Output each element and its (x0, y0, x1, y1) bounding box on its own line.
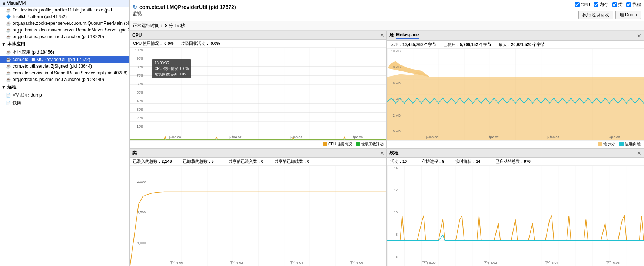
class-panel-header: 类 ✕ (130, 149, 386, 158)
sidebar-label: IntelliJ Platform (pid 41752) (13, 14, 67, 19)
java-icon: ☕ (6, 57, 11, 62)
heap-chart-svg (387, 49, 644, 140)
sidebar-item-zjsigned[interactable]: ☕ com.etc.util.servlet.ZjSigned (pid 336… (0, 63, 129, 70)
java-icon: ☕ (6, 64, 11, 69)
sidebar-item-snapshot[interactable]: 📄 快照 (0, 99, 129, 107)
thread-close-button[interactable]: ✕ (637, 150, 641, 156)
sidebar-label: 本地应用 (pid 18456) (13, 49, 54, 55)
thread-panel-title: 线程 (389, 150, 398, 156)
heap-tabs: 堆 Metaspace (389, 32, 419, 39)
sidebar-item-visualvm[interactable]: 🖥 VisualVM (0, 0, 129, 7)
memory-checkbox[interactable]: 内存 (594, 1, 608, 8)
java-icon: ☕ (6, 50, 11, 55)
thread-x-labels: 下午6:00下午6:02下午6:04下午6:06 (398, 260, 644, 266)
heap-tab[interactable]: 堆 (389, 32, 394, 39)
refresh-icon: ↻ (133, 4, 137, 10)
sidebar-label: org.apache.zookeeper.server.quorum.Quoru… (13, 21, 129, 26)
java-icon: ☕ (6, 8, 11, 13)
sidebar-item-jps2[interactable]: ☕ org.jetbrains.jps.cmdline.Launcher (pi… (0, 76, 129, 83)
thread-chart-body: 14121086 下午6:00下午6:02下午6:04下午6:06 (387, 166, 644, 266)
cpu-stats: CPU 使用情况： 0.0% 垃圾回收活动： 0.0% (130, 40, 386, 48)
cpu-chart-body: 18:00:35 CPU 使用情况 0.0% 垃圾回收活动 0.0% (130, 48, 386, 140)
monitor-label: 监视 (133, 11, 236, 17)
cpu-color-swatch (323, 142, 327, 146)
heap-dump-button[interactable]: 堆 Dump (615, 11, 641, 19)
sidebar-item-jProfiler[interactable]: ☕ D:..dev.tools.jprofile.jprofiler11.bin… (0, 7, 129, 13)
sidebar-label: 快照 (13, 100, 21, 106)
sidebar-item-signedresult[interactable]: ☕ com.etc.service.impl.SignedResultServi… (0, 70, 129, 76)
thread-panel: 线程 ✕ 活动：10 守护进程：9 实时峰值：14 已启动的总数：976 (387, 148, 644, 266)
legend-heap-used: 使用的 堆 (619, 142, 641, 147)
action-buttons: 执行垃圾回收 堆 Dump (578, 11, 641, 19)
class-x-labels: 下午6:00下午6:02下午6:04下午6:06 (146, 260, 386, 266)
svg-marker-13 (387, 72, 644, 140)
main-header: ↻ com.etc.util.MQProviderUtil (pid 17572… (130, 0, 644, 21)
class-stats: 已装入的总数：2,146 已卸载的总数：5 共享的已装入数：0 共享的已卸载数：… (130, 158, 386, 166)
sidebar-label: VM 核心 dump (13, 92, 42, 98)
class-close-button[interactable]: ✕ (380, 150, 384, 156)
sidebar-item-zookeeper[interactable]: ☕ org.apache.zookeeper.server.quorum.Quo… (0, 20, 129, 27)
heap-size: 大小：10,485,760 个字节 (390, 42, 436, 47)
memory-check[interactable] (594, 2, 598, 7)
sidebar-item-vmcore[interactable]: 📄 VM 核心 dump (0, 91, 129, 99)
expand-icon: ▼ (1, 42, 6, 47)
heap-size-swatch (598, 142, 602, 146)
sidebar-label: org.jetbrains.idea.maven.server.RemoteMa… (13, 27, 129, 33)
class-checkbox[interactable]: 类 (612, 1, 623, 8)
java-icon: ☕ (6, 34, 11, 39)
sidebar-label: com.etc.service.impl.SignedResultService… (13, 70, 129, 75)
sidebar-item-mqprovider[interactable]: ☕ com.etc.util.MQProviderUtil (pid 17572… (0, 56, 129, 63)
class-y-labels: 2,0001,5001,000 (130, 166, 146, 259)
cpu-y-labels: 100%90%80%70%60% 50%40%30%20%10% (130, 48, 144, 134)
cpu-chart-svg (130, 48, 386, 140)
cpu-close-button[interactable]: ✕ (380, 32, 384, 38)
heap-legend: 堆 大小 使用的 堆 (387, 140, 644, 148)
sidebar-label: com.etc.util.servlet.ZjSigned (pid 33644… (13, 64, 92, 69)
metaspace-tab[interactable]: Metaspace (396, 32, 419, 39)
file-icon: 📄 (6, 93, 11, 98)
thread-active: 活动：10 (390, 159, 407, 164)
tooltip-line (159, 48, 159, 140)
section-label: 远程 (7, 84, 16, 90)
cpu-panel-header: CPU ✕ (130, 31, 386, 40)
class-loaded: 已装入的总数：2,146 (133, 159, 172, 164)
thread-peak: 实时峰值：14 (455, 159, 480, 164)
class-chart-svg (130, 166, 386, 266)
heap-x-labels: 下午6:00下午6:02下午6:04下午6:06 (401, 134, 644, 140)
svg-rect-15 (130, 166, 386, 266)
sidebar-item-intellij[interactable]: 🔷 IntelliJ Platform (pid 41752) (0, 13, 129, 20)
gc-color-swatch (356, 142, 360, 146)
thread-stats: 活动：10 守护进程：9 实时峰值：14 已启动的总数：976 (387, 158, 644, 166)
thread-check[interactable] (626, 2, 631, 7)
main-content: ↻ com.etc.util.MQProviderUtil (pid 17572… (130, 0, 644, 266)
svg-rect-16 (387, 166, 644, 266)
cpu-usage-label: CPU 使用情况： 0.0% (133, 41, 173, 46)
heap-chart-body: 10 MB8 MB6 MB4 MB2 MB0 MB 下午6:00下午6:02下午… (387, 49, 644, 140)
computer-icon: 🖥 (1, 1, 6, 6)
sidebar-item-maven[interactable]: ☕ org.jetbrains.idea.maven.server.Remote… (0, 27, 129, 33)
sidebar-section-local[interactable]: ▼ 本地应用 (0, 40, 129, 48)
class-check[interactable] (612, 2, 617, 7)
gc-button[interactable]: 执行垃圾回收 (578, 11, 613, 19)
cpu-check[interactable] (575, 2, 580, 7)
legend-heap-size: 堆 大小 (598, 142, 615, 147)
java-icon: ☕ (6, 28, 11, 33)
heap-stats: 大小：10,485,760 个字节 已使用：5,706,152 个字节 最大：2… (387, 41, 644, 49)
section-label: 本地应用 (7, 41, 25, 47)
thread-y-labels: 14121086 (387, 166, 398, 259)
heap-used-swatch (619, 142, 624, 146)
expand-icon: ▼ (1, 85, 6, 90)
sidebar-item-jps1[interactable]: ☕ org.jetbrains.jps.cmdline.Launcher (pi… (0, 33, 129, 40)
heap-close-button[interactable]: ✕ (637, 33, 641, 39)
class-panel: 类 ✕ 已装入的总数：2,146 已卸载的总数：5 共享的已装入数：0 共享的已… (130, 148, 387, 266)
class-shared-unloaded: 共享的已卸载数：0 (275, 159, 309, 164)
thread-checkbox[interactable]: 线程 (626, 1, 641, 8)
sidebar-section-remote[interactable]: ▼ 远程 (0, 83, 129, 91)
sidebar-item-pid18456[interactable]: ☕ 本地应用 (pid 18456) (0, 48, 129, 56)
app-title: ↻ com.etc.util.MQProviderUtil (pid 17572… (133, 4, 236, 10)
java-icon: ☕ (6, 77, 11, 82)
cpu-checkbox[interactable]: CPU (575, 2, 590, 7)
gc-activity-label: 垃圾回收活动： 0.0% (181, 41, 220, 46)
legend-cpu: CPU 使用情况 (323, 142, 352, 147)
legend-gc: 垃圾回收活动 (356, 142, 384, 147)
